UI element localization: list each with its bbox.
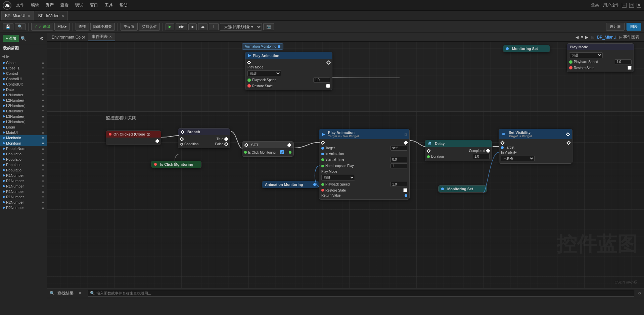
animation-monitoring-var-node[interactable]: Animation Monitoring <box>262 181 319 188</box>
sidebar-item-pop3[interactable]: Populatio ≡ <box>0 162 47 167</box>
camera-button[interactable]: 📷 <box>263 23 274 30</box>
sidebar-item-l3number1[interactable]: L3Number ≡ <box>0 108 47 114</box>
set-visibility-node[interactable]: 👁 Set Visibility Target is Widget <box>499 129 572 164</box>
find-parent-button[interactable]: 🔍 <box>15 23 26 30</box>
play-anim-restore-check[interactable] <box>403 188 407 192</box>
sidebar-item-monitoring2[interactable]: Monitorin ≡ <box>0 141 47 146</box>
sidebar-item-r1n4[interactable]: R1Number ≡ <box>0 189 47 194</box>
sidebar-item-pop2[interactable]: Populatio ≡ <box>0 157 47 162</box>
sidebar-item-r1n3[interactable]: R1Number ≡ <box>0 183 47 189</box>
playback-speed-top2-input[interactable] <box>615 59 632 64</box>
more-button[interactable]: ⋮ <box>209 23 219 30</box>
play-anim-loops-input[interactable] <box>390 163 407 168</box>
sidebar-item-r2n1[interactable]: R2Number ≡ <box>0 200 47 205</box>
sidebar-item-close1[interactable]: Close_1 ≡ <box>0 65 47 71</box>
play-button[interactable]: ▶ <box>166 23 174 30</box>
breadcrumb-event-graph[interactable]: 事件图表 <box>623 34 639 40</box>
restore-state-top2-check[interactable] <box>628 66 632 70</box>
breadcrumb-nav-left[interactable]: ◀ <box>576 35 579 40</box>
sidebar-item-r1n5[interactable]: R1Number ≡ <box>0 194 47 200</box>
breadcrumb-root[interactable]: BP_MianUI <box>597 35 617 40</box>
stop-button[interactable]: ■ <box>188 23 197 30</box>
maximize-btn[interactable]: □ <box>629 3 634 8</box>
sidebar-item-l2number1[interactable]: L2Number ≡ <box>0 92 47 98</box>
monitoring-set-top-node[interactable]: Monitoring Set <box>503 45 550 52</box>
set-vis-visibility-select[interactable]: 已折叠 <box>501 156 535 161</box>
designer-button[interactable]: 设计器 <box>606 23 625 31</box>
restore-state-top-check[interactable] <box>326 84 330 88</box>
sidebar-item-pop4[interactable]: Populatio ≡ <box>0 167 47 173</box>
sidebar-item-login[interactable]: Login ≡ <box>0 124 47 130</box>
play2-button[interactable]: ▶▶ <box>176 23 187 30</box>
play-anim-target-input[interactable] <box>390 146 407 151</box>
sidebar-item-l2number2[interactable]: L2Number( ≡ <box>0 98 47 103</box>
menu-debug[interactable]: 调试 <box>74 2 85 9</box>
sidebar-item-controlui2[interactable]: ControlUI( ≡ <box>0 82 47 87</box>
save-button[interactable]: 💾 <box>3 23 13 30</box>
sidebar-item-l3number3[interactable]: L3Number( ≡ <box>0 119 47 124</box>
play-mode-top-select[interactable]: 前进 <box>247 70 281 76</box>
subtab-environment-color[interactable]: Environment Color <box>48 33 88 41</box>
menu-view[interactable]: 查看 <box>59 2 70 9</box>
diff-button[interactable]: 对比▾ <box>54 23 70 31</box>
minimize-btn[interactable]: ─ <box>622 3 627 8</box>
is-click-monitoring-var-node[interactable]: Is Click Monitoring <box>151 161 201 168</box>
menu-window[interactable]: 窗口 <box>89 2 99 9</box>
play-anim-speed-input[interactable] <box>390 182 407 187</box>
menu-tools[interactable]: 工具 <box>103 2 114 9</box>
compile-button[interactable]: ✓ ✓ 译编 <box>31 23 53 31</box>
sidebar-item-controlui[interactable]: ControlUI ≡ <box>0 76 47 82</box>
search-refresh-icon[interactable]: ⟳ <box>638 291 641 296</box>
sidebar-settings-icon[interactable]: ⚙ <box>40 36 44 41</box>
subtab-event-close[interactable]: ✕ <box>109 35 112 39</box>
branch-node[interactable]: Branch True <box>178 128 230 148</box>
delay-duration-input[interactable] <box>473 154 490 159</box>
class-defaults-button[interactable]: 类默认值 <box>139 23 160 31</box>
sidebar-item-peoplenum[interactable]: PeopleNum ≡ <box>0 146 47 151</box>
search-close-icon[interactable]: ✕ <box>78 291 82 296</box>
breadcrumb-nav-down[interactable]: ▼ <box>580 35 584 40</box>
on-clicked-node[interactable]: On Clicked (Close_1) <box>106 130 161 145</box>
search-input[interactable] <box>96 291 632 295</box>
sidebar-nav-left[interactable]: ◀ <box>2 54 5 59</box>
sidebar-item-l2number3[interactable]: L2Number( ≡ <box>0 103 47 108</box>
play-mode-main-select[interactable]: 前进 <box>321 175 355 180</box>
monitoring-set-bottom-node[interactable]: Monitoring Set <box>438 185 487 193</box>
breadcrumb-nav-right[interactable]: ▶ <box>585 35 588 40</box>
sidebar-item-control[interactable]: Control ≡ <box>0 71 47 76</box>
sidebar-search-icon[interactable]: 🔍 <box>20 36 26 41</box>
menu-file[interactable]: 文件 <box>15 2 26 9</box>
sidebar-item-mainui[interactable]: MainUI ≡ <box>0 130 47 135</box>
sidebar-item-monitoring1[interactable]: Monitorin ≡ <box>0 135 47 141</box>
sidebar-item-l3number2[interactable]: L3Number( ≡ <box>0 114 47 119</box>
menu-edit[interactable]: 编辑 <box>30 2 40 9</box>
class-settings-button[interactable]: 类设置 <box>121 23 138 31</box>
blueprint-canvas[interactable]: Animation Monitoring ▶ Play Animation <box>47 42 644 288</box>
sidebar-item-pop1[interactable]: Populatio ≡ <box>0 151 47 157</box>
sidebar-item-r2n2[interactable]: R2Number ≡ <box>0 205 47 210</box>
close-window-btn[interactable]: ✕ <box>637 3 641 8</box>
tab-bp-mainui[interactable]: BP_MianUI ✕ <box>1 11 34 20</box>
play-anim-collapse[interactable]: □ <box>405 133 407 136</box>
playback-speed-top-input[interactable] <box>313 77 330 83</box>
menu-asset[interactable]: 资产 <box>44 2 55 9</box>
tab-bp-mainui-close[interactable]: ✕ <box>28 14 30 18</box>
subtab-event-graph[interactable]: 事件图表 ✕ <box>88 33 115 41</box>
hide-unrelated-button[interactable]: 隐藏不相关 <box>90 23 115 31</box>
menu-help[interactable]: 帮助 <box>118 2 129 9</box>
sidebar-item-r1n1[interactable]: R1Number ≡ <box>0 173 47 178</box>
play-animation-top-node[interactable]: ▶ Play Animation Pl <box>245 52 332 90</box>
graph-button[interactable]: 图表 <box>627 23 641 31</box>
delay-node[interactable]: ⏱ Delay Completed <box>425 140 492 161</box>
eject-button[interactable]: ⏏ <box>198 23 208 30</box>
set-click-monitoring-check[interactable] <box>280 150 284 154</box>
sidebar-item-r1n2[interactable]: R1Number ≡ <box>0 178 47 183</box>
play-anim-start-input[interactable] <box>390 157 407 162</box>
sidebar-nav-right[interactable]: ▶ <box>6 54 9 59</box>
debug-select[interactable]: 未选中调试对象 ▾ <box>220 23 262 31</box>
sidebar-item-close[interactable]: Close ≡ <box>0 60 47 65</box>
tab-bp-invideo[interactable]: BP_InVideo ✕ <box>35 11 68 20</box>
add-button[interactable]: + 添加 <box>3 35 19 42</box>
play-animation-node[interactable]: ▶ Play Animation Target is User Widget □ <box>319 129 410 200</box>
search-button[interactable]: 查找 <box>76 23 89 31</box>
